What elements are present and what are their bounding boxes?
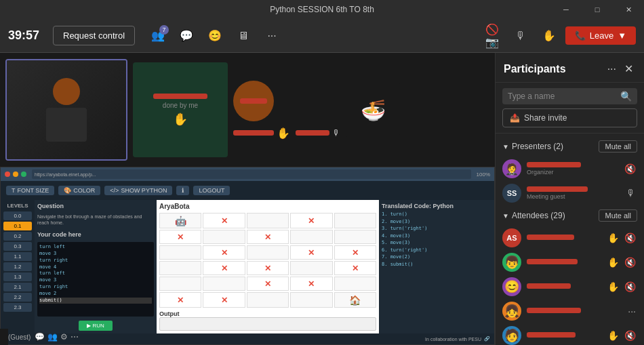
attendee-5-emoji: 🧑 — [504, 328, 519, 343]
code-line-3: turn right — [39, 258, 152, 264]
code-line-7: turn right — [39, 284, 152, 291]
mic-mute-button[interactable]: 🎙 — [508, 24, 533, 48]
level-0-0[interactable]: 0.0 — [3, 211, 32, 220]
attendee-2-mic-button[interactable]: 🔇 — [623, 256, 637, 269]
output-area — [159, 317, 376, 331]
presenters-mute-all-button[interactable]: Mute all — [599, 140, 637, 153]
request-control-button[interactable]: Request control — [53, 26, 135, 45]
font-size-button[interactable]: T FONT SIZE — [6, 186, 54, 195]
attendee-2-hand-button[interactable]: ✋ — [606, 256, 620, 269]
attendee-1-avatar: AS — [502, 228, 521, 247]
reactions-icon-button[interactable]: 😊 — [203, 24, 227, 48]
attendee-5-mic-button[interactable]: 🔇 — [623, 329, 637, 342]
maximize-button[interactable]: □ — [582, 0, 613, 19]
level-0-2[interactable]: 0.2 — [3, 232, 32, 241]
t-line-3: 3. turn('right') — [382, 225, 491, 232]
chat-icon-button[interactable]: 💬 — [174, 24, 199, 48]
t-line-2: 2. move(3) — [382, 218, 491, 226]
avatar-column: ✋ 🎙 — [233, 81, 340, 140]
cell-2-0 — [159, 245, 201, 260]
minimize-button[interactable]: ─ — [550, 0, 582, 19]
attendee-1-actions: ✋ 🔇 — [606, 231, 637, 245]
camera-mute-button[interactable]: 🚫📷 — [480, 24, 504, 48]
panel-more-button[interactable]: ··· — [605, 61, 619, 77]
avatar-3-name — [296, 130, 329, 136]
avatar-2-row: ✋ 🎙 — [233, 127, 340, 140]
participant-2-label: done by me — [163, 102, 198, 109]
code-line-4: move 4 — [39, 264, 152, 271]
attendee-2-name — [527, 259, 578, 264]
attendee-1-row: AS ✋ 🔇 — [496, 226, 644, 250]
attendee-3-name — [527, 283, 571, 289]
bottom-icons: 💬 👥 ⚙ ⋯ — [35, 332, 79, 342]
presenter-1-actions: 🔇 — [623, 162, 637, 176]
attendee-3-mic-button[interactable]: 🔇 — [623, 280, 637, 293]
level-0-3[interactable]: 0.3 — [3, 242, 32, 251]
attendees-mute-all-button[interactable]: Mute all — [599, 209, 637, 222]
info-button[interactable]: ℹ — [176, 186, 189, 195]
level-2-3[interactable]: 2.3 — [3, 303, 32, 312]
toolbar-right: 🚫📷 🎙 ✋ 📞 Leave ▼ — [480, 24, 636, 48]
close-button[interactable]: ✕ — [613, 0, 644, 19]
show-python-button[interactable]: </> SHOW PYTHON — [104, 186, 172, 195]
translated-panel: Translated Code: Python 1. turn() 2. mov… — [379, 200, 494, 333]
level-1-3[interactable]: 1.3 — [3, 272, 32, 281]
attendee-1-mic-button[interactable]: 🔇 — [623, 231, 637, 245]
attendee-3-hand-button[interactable]: ✋ — [606, 280, 620, 293]
presenter-1-role: Organizer — [527, 169, 618, 176]
participants-icon-button[interactable]: 👥 7 — [146, 24, 170, 48]
presenter-2-actions: 🎙 — [625, 186, 637, 200]
cell-3-3 — [290, 261, 332, 275]
level-0-1[interactable]: 0.1 — [3, 222, 32, 230]
code-line-8: move 2 — [39, 291, 152, 298]
level-1-1[interactable]: 1.1 — [3, 252, 32, 261]
cell-2-3: ✕ — [290, 245, 332, 260]
logout-button[interactable]: LOGOUT — [193, 186, 230, 195]
more-options-button[interactable]: ··· — [260, 24, 284, 48]
panel-close-button[interactable]: ✕ — [622, 61, 636, 77]
max-dot — [21, 171, 26, 177]
attendee-1-hand-button[interactable]: ✋ — [606, 231, 620, 245]
share-invite-button[interactable]: 📤 Share invite — [502, 108, 637, 127]
chat-icon-bottom: 💬 — [35, 332, 45, 342]
window-controls: ─ □ ✕ — [550, 0, 644, 19]
browser-topbar: https://aryabota.einet.app/p... 100% — [1, 167, 494, 181]
attendee-5-hand-button[interactable]: ✋ — [606, 329, 620, 342]
attendee-3-info — [527, 283, 601, 290]
level-1-2[interactable]: 1.2 — [3, 262, 32, 271]
code-panel: Question Navigate the bot through a maze… — [35, 200, 157, 333]
maze-panel: AryaBota 🤖 ✕ ✕ ✕ ✕ — [157, 200, 379, 333]
t-line-4: 4. move(3) — [382, 232, 491, 240]
share-screen-icon-button[interactable]: 🖥 — [231, 24, 256, 48]
search-input[interactable] — [508, 92, 620, 101]
attendee-4-more-button[interactable]: ··· — [626, 304, 637, 318]
window-title: Python SESSION 6th TO 8th — [270, 5, 374, 14]
attendee-3-emoji: 😊 — [504, 279, 519, 294]
code-line-5: turn left — [39, 270, 152, 277]
presenters-section-header[interactable]: ▼ Presenters (2) Mute all — [496, 136, 644, 157]
cell-3-4: ✕ — [334, 261, 376, 275]
presenter-2-mic-button[interactable]: 🎙 — [625, 186, 637, 200]
attendee-4-row: 👧 ··· — [496, 299, 644, 323]
leave-button[interactable]: 📞 Leave ▼ — [565, 26, 636, 45]
cell-1-2: ✕ — [247, 230, 289, 244]
level-2-2[interactable]: 2.2 — [3, 293, 32, 302]
attendee-5-avatar: 🧑 — [502, 326, 521, 345]
presenter-1-row: 🤵 Organizer 🔇 — [496, 157, 644, 181]
cell-0-0: 🤖 — [159, 213, 201, 228]
color-button[interactable]: 🎨 COLOR — [58, 186, 100, 195]
attendee-4-emoji: 👧 — [504, 304, 519, 319]
avatar-2-hand: ✋ — [277, 127, 290, 140]
output-section: Output — [159, 310, 376, 331]
search-button[interactable]: 🔍 — [620, 91, 632, 102]
raise-hand-button[interactable]: ✋ — [537, 24, 561, 48]
presenter-1-mic-button[interactable]: 🔇 — [623, 162, 637, 176]
attendees-section-header[interactable]: ▼ Attendees (29) Mute all — [496, 205, 644, 226]
run-btn-area: ▶ RUN — [37, 321, 154, 331]
code-editor[interactable]: turn left move 3 turn right move 4 turn … — [37, 242, 154, 317]
level-2-1[interactable]: 2.1 — [3, 283, 32, 291]
attendee-2-avatar: 👦 — [502, 253, 521, 272]
min-dot — [13, 171, 18, 177]
attendee-3-avatar: 😊 — [502, 277, 521, 296]
run-button[interactable]: ▶ RUN — [79, 321, 113, 331]
